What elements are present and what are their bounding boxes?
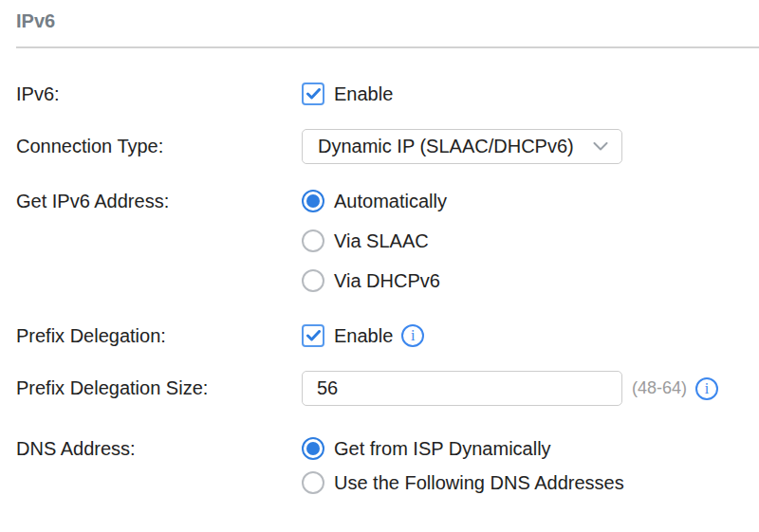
prefix-delegation-size-control: (48-64) i — [302, 371, 718, 406]
ipv6-settings-page: IPv6 IPv6: Enable Connection Type: Dynam… — [0, 0, 759, 532]
prefix-delegation-enable-label[interactable]: Enable — [334, 325, 393, 347]
chevron-down-icon — [593, 142, 608, 151]
prefix-delegation-size-label: Prefix Delegation Size: — [16, 377, 302, 399]
connection-type-selected-value: Dynamic IP (SLAAC/DHCPv6) — [318, 136, 574, 157]
section-divider — [16, 46, 759, 48]
row-connection-type: Connection Type: Dynamic IP (SLAAC/DHCPv… — [16, 129, 759, 164]
radio-option-get-from-isp[interactable]: Get from ISP Dynamically — [302, 437, 624, 460]
radio-icon[interactable] — [302, 269, 324, 292]
info-icon[interactable]: i — [695, 377, 718, 400]
radio-option-label[interactable]: Via SLAAC — [334, 230, 429, 252]
info-icon-glyph: i — [411, 328, 415, 343]
radio-icon[interactable] — [302, 190, 324, 212]
row-ipv6-enable: IPv6: Enable — [16, 83, 759, 105]
info-icon[interactable]: i — [401, 324, 424, 347]
radio-option-label[interactable]: Automatically — [334, 191, 447, 212]
range-hint: (48-64) — [632, 378, 687, 398]
ipv6-enable-checkbox[interactable] — [302, 83, 324, 105]
radio-icon[interactable] — [302, 229, 324, 252]
connection-type-control: Dynamic IP (SLAAC/DHCPv6) — [302, 129, 622, 164]
prefix-delegation-enable-checkbox[interactable] — [302, 324, 324, 347]
get-ipv6-address-radio-group: Automatically Via SLAAC Via DHCPv6 — [302, 190, 447, 292]
radio-icon[interactable] — [302, 471, 324, 494]
radio-option-label[interactable]: Get from ISP Dynamically — [334, 438, 551, 460]
radio-icon[interactable] — [302, 437, 324, 460]
get-ipv6-address-label: Get IPv6 Address: — [16, 190, 302, 212]
info-icon-glyph: i — [705, 381, 709, 396]
dns-address-radio-group: Get from ISP Dynamically Use the Followi… — [302, 437, 624, 494]
row-prefix-delegation: Prefix Delegation: Enable i — [16, 324, 759, 347]
radio-option-via-dhcpv6[interactable]: Via DHCPv6 — [302, 269, 447, 292]
radio-option-use-following-dns[interactable]: Use the Following DNS Addresses — [302, 471, 624, 494]
ipv6-enable-label[interactable]: Enable — [334, 83, 393, 105]
page-title: IPv6 — [16, 10, 55, 32]
connection-type-label: Connection Type: — [16, 136, 302, 157]
radio-option-label[interactable]: Use the Following DNS Addresses — [334, 472, 624, 494]
connection-type-select[interactable]: Dynamic IP (SLAAC/DHCPv6) — [302, 129, 622, 164]
row-get-ipv6-address: Get IPv6 Address: Automatically Via SLAA… — [16, 190, 759, 292]
row-prefix-delegation-size: Prefix Delegation Size: (48-64) i — [16, 371, 759, 406]
radio-option-label[interactable]: Via DHCPv6 — [334, 270, 440, 292]
radio-option-via-slaac[interactable]: Via SLAAC — [302, 229, 447, 252]
dns-address-label: DNS Address: — [16, 437, 302, 460]
ipv6-enable-control: Enable — [302, 83, 393, 105]
radio-option-automatically[interactable]: Automatically — [302, 190, 447, 212]
ipv6-label: IPv6: — [16, 83, 302, 105]
prefix-delegation-control: Enable i — [302, 324, 424, 347]
row-dns-address: DNS Address: Get from ISP Dynamically Us… — [16, 437, 759, 494]
prefix-delegation-label: Prefix Delegation: — [16, 325, 302, 347]
prefix-delegation-size-input[interactable] — [302, 371, 622, 406]
